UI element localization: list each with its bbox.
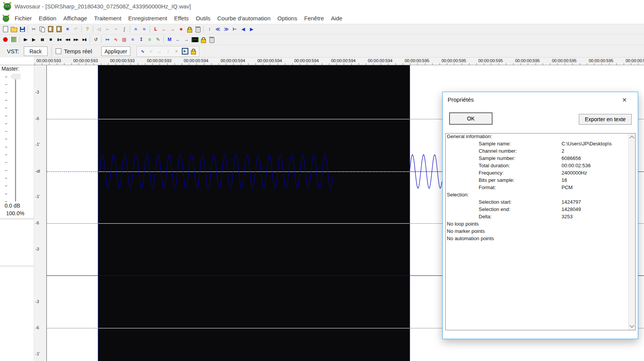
delete-points-button[interactable]: × [173,47,180,56]
undo-button[interactable]: ↶ [72,25,80,34]
export-text-button[interactable]: Exporter en texte [579,114,632,125]
marker-trash-2-button[interactable] [208,35,216,44]
goto-start-button[interactable]: ▮◀ [55,35,63,44]
new-file-button[interactable] [1,25,10,34]
scrollbar[interactable] [628,134,635,330]
menu-affichage[interactable]: Affichage [60,13,91,23]
move-points-vertical-button[interactable]: ↕ [164,47,172,56]
normalize-button[interactable]: ↧ [137,35,145,44]
marker-next-button[interactable]: → [168,25,177,34]
play-automation-button[interactable]: ▶ [181,47,189,56]
menu-effets[interactable]: Effets [171,13,192,23]
master-slider-track[interactable] [15,77,16,201]
properties-list[interactable]: General information:Sample name:C:\Users… [445,133,636,330]
selection-edge[interactable] [410,65,410,361]
realtime-checkbox[interactable] [56,48,61,54]
move-points-horizontal-button[interactable]: ↔ [156,47,163,56]
property-row[interactable]: Sample name:C:\Users\JP\Desktop\s [446,141,635,148]
property-row[interactable]: Sample number:6086656 [446,155,635,163]
property-row[interactable]: General information: [446,134,635,141]
spectrum-analysis-button[interactable]: ∿ [112,35,120,44]
export-region-button[interactable]: ↦ [103,35,112,44]
batch-convert-button[interactable]: ▤ [120,35,128,44]
fade-out-button[interactable]: ▶ [247,25,256,34]
property-row[interactable]: No loop points [446,221,635,228]
statistics-button[interactable]: ≡ [145,35,154,44]
apply-automation-button[interactable]: ✓ [147,47,155,56]
selection-edge[interactable] [98,65,98,361]
marker-m-next-button[interactable]: → [182,35,191,44]
shift-selection-right-button[interactable]: ≫ [222,25,231,34]
copy-button[interactable] [38,25,46,34]
marker-trash-button[interactable] [194,25,202,34]
menu-fichier[interactable]: Fichier [11,13,35,23]
property-row[interactable]: Delta:3253 [446,214,635,221]
property-row[interactable]: No marker points [446,228,635,236]
marker-m-button[interactable]: M [165,35,174,44]
marker-view-button[interactable] [191,35,199,44]
property-row[interactable]: Bits per sample:16 [446,177,635,185]
cut-button[interactable]: ✂ [30,25,38,34]
loop-button[interactable]: ↺ [92,35,100,44]
menu-fen-tre[interactable]: Fenêtre [301,13,328,23]
vu-meter-button[interactable] [10,35,18,44]
selection-region[interactable] [98,65,410,361]
wave-replace-button[interactable]: ≈ [140,25,148,34]
marker-lock-button[interactable] [185,25,194,34]
selection-tool-button[interactable]: ¤ [63,25,72,34]
vst-rack-button[interactable]: Rack [24,46,48,56]
routing-a-button[interactable]: ⌐ [103,25,112,34]
marker-lock-2-button[interactable] [199,35,208,44]
draw-automation-button[interactable]: ∿ [139,47,147,56]
menu-courbe-d-automation[interactable]: Courbe d'automation [214,13,274,23]
shift-selection-left-button[interactable]: ≪ [214,25,222,34]
menu-aide[interactable]: Aide [328,13,346,23]
routing-b-button[interactable]: ¬ [112,25,120,34]
ok-button[interactable]: OK [449,112,492,125]
stop-button[interactable]: ■ [46,35,55,44]
menu-outils[interactable]: Outils [192,13,214,23]
marker-m-prev-button[interactable]: ← [174,35,182,44]
save-file-button[interactable] [18,25,26,34]
marker-clear-button[interactable]: ∗ [177,25,185,34]
property-row[interactable]: Total duration:00:00:02:536 [446,163,635,170]
help-button[interactable]: ? [83,25,92,34]
zoom-wave-vertical-button[interactable]: ↕ [205,25,214,34]
audio-output-button[interactable]: ◁ [95,25,103,34]
timeline-ruler[interactable]: 00:00:00:59300:00:00:59300:00:00:59300:0… [0,57,644,65]
close-icon[interactable]: × [619,95,629,104]
trim-wave-button[interactable]: ⊢ [231,25,239,34]
fade-in-button[interactable]: ◀ [239,25,247,34]
play-from-cursor-button[interactable]: ▮▶ [21,35,30,44]
lock-automation-button[interactable] [189,47,197,56]
property-row[interactable]: Channel number:2 [446,148,635,155]
wave-insert-button[interactable]: ≈ [132,25,140,34]
tools-wrench-button[interactable]: ʃ [120,25,128,34]
paste-button[interactable] [46,25,55,34]
edit-pencil-button[interactable]: ✎ [154,35,162,44]
marker-prev-button[interactable]: ← [160,25,168,34]
apply-button[interactable]: Appliquer [101,46,130,56]
property-row[interactable]: Frequency:2400000Hz [446,170,635,177]
scroll-down-icon[interactable] [629,323,634,328]
resample-button[interactable]: ≈ [128,35,137,44]
open-file-button[interactable] [10,25,18,34]
rewind-button[interactable]: ◀◀ [63,35,72,44]
pause-button[interactable]: ▮▮ [38,35,46,44]
goto-end-button[interactable]: ▶▮ [80,35,89,44]
fast-forward-button[interactable]: ▶▶ [72,35,80,44]
property-row[interactable]: Selection end:1428049 [446,206,635,214]
marker-set-button[interactable]: L [152,25,160,34]
play-button[interactable]: ▶ [30,35,38,44]
master-slider-thumb[interactable] [10,74,21,79]
menu-edition[interactable]: Edition [35,13,60,23]
paste-mix-button[interactable] [55,25,63,34]
scroll-up-icon[interactable] [629,135,634,140]
menu-traitement[interactable]: Traitement [91,13,125,23]
property-row[interactable]: Format:PCM [446,185,635,192]
menu-options[interactable]: Options [274,13,301,23]
menu-enregistrement[interactable]: Enregistrement [125,13,171,23]
property-row[interactable]: Selection: [446,192,635,199]
property-row[interactable]: Selection start:1424797 [446,199,635,206]
property-row[interactable]: No automation points [446,236,635,243]
